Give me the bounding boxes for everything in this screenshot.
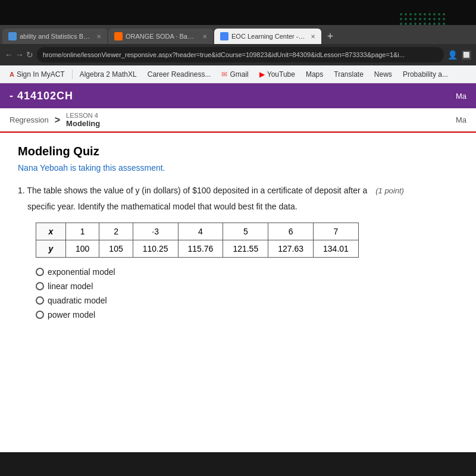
option-power[interactable]: power model [36,310,458,320]
bookmark-maps[interactable]: Maps [301,69,328,80]
lesson-nav-left[interactable]: Regression [10,115,49,124]
bookmark-youtube[interactable]: ▶ YouTube [255,69,300,80]
table-val-2: 105 [99,240,133,258]
quiz-title: Modeling Quiz [18,145,458,158]
browser-chrome: ability and Statistics B - 4 ✕ ORANGE SO… [0,25,476,65]
table-y-label: y [36,240,66,258]
page-content: - 414102CH Ma Regression > LESSON 4 Mode… [0,83,476,452]
browser-actions: 👤 🔲 [447,50,471,60]
table-col-3: ·3 [133,223,178,240]
bookmark-translate[interactable]: Translate [329,69,368,80]
tab-1-close[interactable]: ✕ [96,33,101,40]
site-header-right: Ma [456,92,466,101]
data-table: x 1 2 ·3 4 5 6 7 y 100 105 110.25 115.76… [36,223,359,258]
question-1: 1. The table shows the value of y (in do… [18,184,458,320]
bookmark-gmail[interactable]: ✉ Gmail [217,69,253,80]
quiz-student-name: Nana Yeboah is taking this assessment. [18,163,458,173]
back-button[interactable]: ← [5,50,13,60]
nav-buttons: ← → ↻ [5,50,33,60]
lesson-number: LESSON 4 [66,112,100,119]
question-text: 1. The table shows the value of y (in do… [18,184,458,197]
forward-button[interactable]: → [15,50,24,60]
bookmark-career[interactable]: Career Readiness... [143,69,216,80]
table-col-4: 4 [178,223,223,240]
table-col-7: 7 [314,223,359,240]
table-data-row: y 100 105 110.25 115.76 121.55 127.63 13… [36,240,359,258]
radio-power[interactable] [36,311,44,319]
table-x-header: x [36,223,66,240]
bookmarks-bar: A Sign In MyACT Algebra 2 MathXL Career … [0,65,476,83]
table-val-4: 115.76 [178,240,223,258]
option-linear[interactable]: linear model [36,281,458,291]
tab-1[interactable]: ability and Statistics B - 4 ✕ [2,29,107,44]
lesson-nav-right: Ma [456,115,466,124]
site-header: - 414102CH Ma [0,83,476,108]
url-input[interactable]: hrome/online/lessonViewer_responsive.asp… [37,47,444,62]
table-val-3: 110.25 [133,240,178,258]
radio-linear[interactable] [36,282,44,290]
tab-2-close[interactable]: ✕ [202,33,207,40]
address-bar: ← → ↻ hrome/online/lessonViewer_responsi… [0,44,476,65]
extensions-icon[interactable]: 🔲 [461,50,471,60]
site-title: - 414102CH [10,90,73,102]
table-col-1: 1 [66,223,99,240]
tab-bar: ability and Statistics B - 4 ✕ ORANGE SO… [0,25,476,44]
tab-3-active[interactable]: EOC Learning Center - Google ✕ [214,29,321,44]
table-val-1: 100 [66,240,99,258]
table-val-7: 134.01 [314,240,359,258]
screen-frame: ability and Statistics B - 4 ✕ ORANGE SO… [0,0,476,65]
table-col-5: 5 [223,223,268,240]
bookmark-myact[interactable]: A Sign In MyACT [5,69,70,80]
bookmark-algebra[interactable]: Algebra 2 MathXL [75,69,142,80]
quiz-area: Modeling Quiz Nana Yeboah is taking this… [0,133,476,343]
table-header-row: x 1 2 ·3 4 5 6 7 [36,223,359,240]
radio-quadratic[interactable] [36,296,44,305]
option-exponential[interactable]: exponential model [36,267,458,277]
bookmark-probability[interactable]: Probability a... [398,69,453,80]
tab-3-close[interactable]: ✕ [311,33,315,40]
table-val-6: 127.63 [268,240,314,258]
lesson-nav-arrow: > [55,115,60,126]
new-tab-button[interactable]: + [322,29,338,44]
radio-exponential[interactable] [36,268,44,276]
question-points: (1 point) [375,186,404,195]
question-text-2: specific year. Identify the mathematical… [27,201,458,213]
lesson-nav: Regression > LESSON 4 Modeling Ma [0,108,476,133]
bookmark-news[interactable]: News [369,69,397,80]
lesson-title: Modeling [66,119,100,128]
profile-icon[interactable]: 👤 [447,50,458,60]
lesson-info: LESSON 4 Modeling [66,112,100,128]
table-col-6: 6 [268,223,314,240]
option-quadratic[interactable]: quadratic model [36,296,458,305]
table-col-2: 2 [99,223,133,240]
table-val-5: 121.55 [223,240,268,258]
refresh-button[interactable]: ↻ [26,50,33,60]
answer-options: exponential model linear model quadratic… [36,267,458,320]
tab-2[interactable]: ORANGE SODA · Baby Ke ✕ [108,29,213,44]
